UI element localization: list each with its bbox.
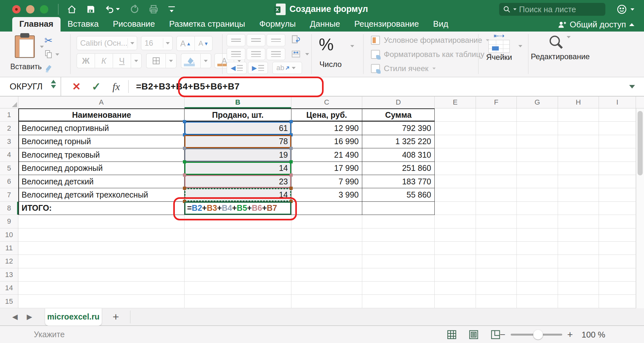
cell-C10[interactable] — [291, 228, 362, 242]
editing-button[interactable]: Редактирование — [522, 33, 599, 61]
cell-G8[interactable] — [517, 202, 558, 215]
cell-G11[interactable] — [517, 242, 558, 255]
cell-H4[interactable] — [558, 148, 599, 162]
copy-dropdown-caret[interactable] — [55, 53, 59, 56]
cell-D6[interactable]: 183 770 — [362, 175, 435, 188]
cell-E15[interactable] — [435, 295, 476, 308]
cell-B3[interactable]: 78 — [185, 135, 291, 148]
cell-C15[interactable] — [291, 295, 362, 308]
style-menu-3[interactable]: Стили ячеек — [371, 63, 491, 74]
cell-F4[interactable] — [476, 148, 517, 162]
paste-dropdown-caret[interactable] — [40, 46, 44, 48]
shrink-font-button[interactable]: A▼ — [194, 36, 213, 51]
collapse-ribbon-chevron[interactable] — [629, 23, 634, 26]
cell-E13[interactable] — [435, 268, 476, 282]
cell-E4[interactable] — [435, 148, 476, 162]
cell-B7[interactable]: 14 — [185, 188, 291, 201]
minimize-window-button[interactable] — [26, 5, 34, 14]
italic-button[interactable]: К — [95, 53, 113, 68]
cell-A10[interactable] — [18, 228, 185, 242]
formula-input[interactable]: =B2+B3+B4+B5+B6+B7 — [136, 81, 240, 92]
cell-G2[interactable] — [517, 122, 558, 135]
sheet-nav-left-arrow[interactable]: ◀ — [12, 313, 18, 321]
column-header-A[interactable]: A — [18, 97, 185, 108]
cell-F5[interactable] — [476, 162, 517, 175]
zoom-in-button[interactable]: + — [567, 329, 573, 340]
cell-B11[interactable] — [185, 242, 291, 255]
column-header-F[interactable]: F — [476, 97, 517, 108]
grow-font-button[interactable]: A▲ — [176, 36, 194, 51]
cell-B9[interactable] — [185, 215, 291, 228]
number-format-percent-button[interactable]: % — [319, 35, 334, 54]
cell-D1[interactable]: Сумма — [362, 108, 435, 122]
cell-I6[interactable] — [599, 175, 636, 188]
cell-B4[interactable]: 19 — [185, 148, 291, 162]
search-scope-caret[interactable] — [513, 8, 516, 10]
column-header-I[interactable]: I — [599, 97, 636, 108]
borders-caret[interactable] — [166, 53, 176, 68]
cell-C4[interactable]: 21 490 — [291, 148, 362, 162]
cell-E2[interactable] — [435, 122, 476, 135]
row-header-6[interactable]: 6 — [0, 175, 18, 188]
cell-B14[interactable] — [185, 282, 291, 295]
cell-F14[interactable] — [476, 282, 517, 295]
ribbon-tab-8[interactable]: Вид — [426, 17, 455, 32]
borders-button[interactable] — [146, 53, 166, 68]
cell-G6[interactable] — [517, 175, 558, 188]
cell-B8[interactable]: =B2+B3+B4+B5+B6+B7 — [185, 202, 291, 215]
cell-G15[interactable] — [517, 295, 558, 308]
font-name-combo[interactable]: Calibri (Осн... — [77, 36, 137, 50]
align-middle-button[interactable] — [247, 34, 265, 46]
cell-G13[interactable] — [517, 268, 558, 282]
ribbon-tab-7[interactable]: Рецензирование — [347, 17, 426, 32]
page-layout-view-icon[interactable] — [469, 330, 478, 341]
cancel-formula-button[interactable]: ✕ — [72, 80, 81, 93]
row-header-5[interactable]: 5 — [0, 162, 18, 175]
cell-B2[interactable]: 61 — [185, 122, 291, 135]
cell-D14[interactable] — [362, 282, 435, 295]
paste-button[interactable] — [15, 35, 35, 58]
cell-F6[interactable] — [476, 175, 517, 188]
cell-C9[interactable] — [291, 215, 362, 228]
cell-G10[interactable] — [517, 228, 558, 242]
cell-G1[interactable] — [517, 108, 558, 122]
cell-F11[interactable] — [476, 242, 517, 255]
cell-B6[interactable]: 23 — [185, 175, 291, 188]
name-box-stepper[interactable] — [51, 80, 56, 88]
cell-C3[interactable]: 16 990 — [291, 135, 362, 148]
style-menu-1[interactable]: Условное форматирование — [371, 35, 491, 46]
cell-F10[interactable] — [476, 228, 517, 242]
merge-caret[interactable] — [305, 53, 309, 55]
fill-color-caret[interactable] — [200, 53, 211, 68]
smiley-caret[interactable] — [630, 8, 634, 11]
customize-toolbar-button[interactable] — [168, 6, 175, 12]
format-painter-icon[interactable] — [44, 64, 53, 73]
row-header-2[interactable]: 2 — [0, 122, 18, 135]
increase-indent-button[interactable]: ▶ — [248, 62, 268, 74]
zoom-window-button[interactable] — [40, 5, 48, 14]
font-name-caret[interactable] — [130, 42, 134, 44]
cell-A15[interactable] — [18, 295, 185, 308]
cell-G7[interactable] — [517, 188, 558, 201]
cell-C1[interactable]: Цена, руб. — [291, 108, 362, 122]
insert-function-button[interactable]: fx — [112, 81, 120, 93]
row-header-3[interactable]: 3 — [0, 135, 18, 148]
cell-C7[interactable]: 3 990 — [291, 188, 362, 201]
align-right-button[interactable] — [267, 48, 285, 60]
cell-F1[interactable] — [476, 108, 517, 122]
cell-D10[interactable] — [362, 228, 435, 242]
undo-dropdown-caret[interactable] — [116, 8, 120, 10]
cell-A8[interactable]: ИТОГО: — [18, 202, 185, 215]
underline-caret[interactable] — [131, 53, 142, 68]
cell-C12[interactable] — [291, 255, 362, 268]
cell-H12[interactable] — [558, 255, 599, 268]
cell-G3[interactable] — [517, 135, 558, 148]
cell-A11[interactable] — [18, 242, 185, 255]
cell-A4[interactable]: Велосипед трековый — [18, 148, 185, 162]
style-menu-2[interactable]: Форматировать как таблицу — [371, 49, 491, 60]
column-header-E[interactable]: E — [435, 97, 476, 108]
cell-I11[interactable] — [599, 242, 636, 255]
cell-D12[interactable] — [362, 255, 435, 268]
cell-C11[interactable] — [291, 242, 362, 255]
cell-F15[interactable] — [476, 295, 517, 308]
